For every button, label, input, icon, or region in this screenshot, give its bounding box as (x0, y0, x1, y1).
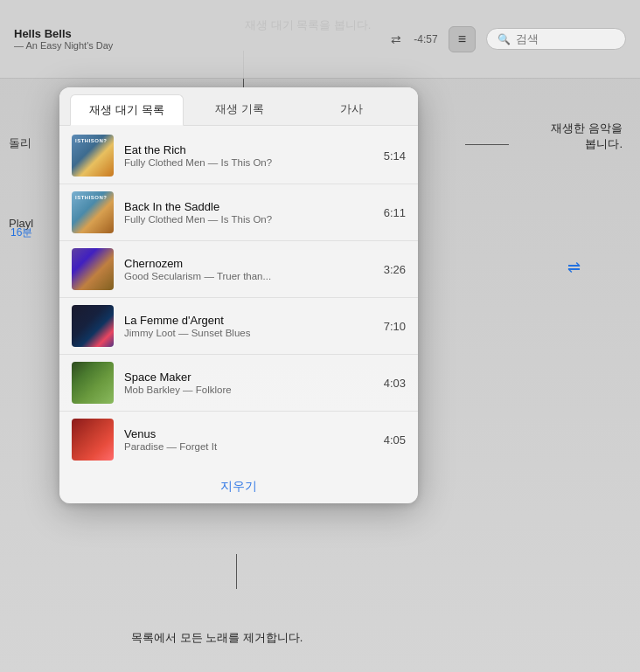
track-info: Space Maker Mob Barkley — Folklore (124, 371, 373, 395)
track-info: Back In the Saddle Fully Clothed Men — I… (124, 200, 373, 225)
track-info: Eat the Rich Fully Clothed Men — Is This… (124, 143, 373, 168)
search-input[interactable] (516, 32, 603, 45)
track-duration: 5:14 (384, 149, 406, 163)
track-name: La Femme d'Argent (124, 314, 373, 327)
track-info: Chernozem Good Secularism — Truer than..… (124, 257, 373, 281)
repeat-icon[interactable]: ⇄ (391, 32, 401, 46)
track-duration: 4:03 (384, 377, 406, 390)
track-list: ISTHISON? Eat the Rich Fully Clothed Men… (59, 126, 418, 469)
top-bar: Hells Bells — An Easy Night's Day ⇄ -4:5… (0, 0, 640, 79)
clear-area: 지우기 (59, 469, 418, 503)
track-name: Space Maker (124, 371, 373, 384)
track-artwork: ISTHISON? (72, 135, 114, 177)
track-artwork: ISTHISON? (72, 191, 114, 233)
now-playing-title: Hells Bells (14, 27, 380, 40)
list-item[interactable]: ISTHISON? Eat the Rich Fully Clothed Men… (59, 129, 418, 182)
tab-history[interactable]: 재생 기록 (184, 94, 296, 125)
queue-button[interactable]: ≡ (449, 26, 476, 52)
time-display: -4:57 (412, 33, 438, 45)
track-artwork (72, 305, 114, 347)
track-name: Chernozem (124, 257, 373, 270)
now-playing-album: — An Easy Night's Day (14, 40, 380, 51)
track-artwork (72, 419, 114, 461)
search-icon: 🔍 (497, 33, 511, 45)
callout-right-text: 재생한 음악을 봅니다. (551, 121, 623, 152)
track-duration: 4:05 (384, 433, 406, 447)
track-artwork (72, 362, 114, 404)
callout-right-line (465, 144, 509, 145)
track-info: La Femme d'Argent Jimmy Loot — Sunset Bl… (124, 314, 373, 338)
track-artist-album: Jimmy Loot — Sunset Blues (124, 328, 373, 338)
clear-button[interactable]: 지우기 (220, 479, 257, 495)
track-artist-album: Good Secularism — Truer than... (124, 271, 373, 281)
callout-bottom-line (236, 554, 237, 589)
tab-lyrics[interactable]: 가사 (296, 94, 407, 125)
divider (59, 184, 418, 184)
track-name: Back In the Saddle (124, 200, 373, 213)
track-name: Venus (124, 427, 373, 440)
track-artist-album: Paradise — Forget It (124, 441, 373, 452)
list-item[interactable]: Space Maker Mob Barkley — Folklore 4:03 (59, 357, 418, 409)
tab-queue[interactable]: 재생 대기 목록 (70, 94, 184, 126)
track-duration: 7:10 (384, 320, 406, 333)
divider (59, 240, 418, 241)
left-duration: 16분 (10, 225, 32, 240)
queue-popup: 재생 대기 목록 재생 기록 가사 ISTHISON? Eat the Rich… (59, 87, 418, 503)
track-duration: 3:26 (384, 263, 406, 276)
now-playing-info: Hells Bells — An Easy Night's Day (14, 27, 380, 51)
search-bar[interactable]: 🔍 (486, 28, 626, 50)
track-artist-album: Mob Barkley — Folklore (124, 384, 373, 395)
list-item[interactable]: Chernozem Good Secularism — Truer than..… (59, 243, 418, 295)
list-item[interactable]: ISTHISON? Back In the Saddle Fully Cloth… (59, 186, 418, 239)
track-duration: 6:11 (384, 206, 406, 219)
list-item[interactable]: La Femme d'Argent Jimmy Loot — Sunset Bl… (59, 300, 418, 352)
shuffle-icon[interactable]: ⇌ (567, 258, 581, 277)
track-name: Eat the Rich (124, 143, 373, 156)
track-info: Venus Paradise — Forget It (124, 427, 373, 452)
list-item[interactable]: Venus Paradise — Forget It 4:05 (59, 413, 418, 466)
callout-bottom-text: 목록에서 모든 노래를 제거합니다. (131, 630, 303, 646)
divider (59, 411, 418, 412)
left-label: 돌리 (9, 135, 31, 151)
track-artist-album: Fully Clothed Men — Is This On? (124, 214, 373, 225)
track-artist-album: Fully Clothed Men — Is This On? (124, 157, 373, 168)
divider (59, 297, 418, 298)
tabs-bar: 재생 대기 목록 재생 기록 가사 (59, 87, 418, 126)
track-artwork (72, 248, 114, 290)
divider (59, 354, 418, 355)
